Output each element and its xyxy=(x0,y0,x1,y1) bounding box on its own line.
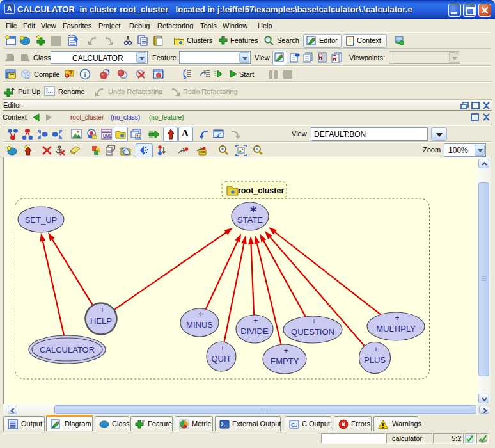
svg-text:+: + xyxy=(100,306,104,315)
svg-text:+: + xyxy=(283,346,288,355)
svg-text:+: + xyxy=(220,344,224,353)
svg-text:+: + xyxy=(253,316,258,325)
svg-text:+: + xyxy=(311,317,316,326)
svg-text:i: i xyxy=(84,70,86,78)
svg-text:DIVIDE: DIVIDE xyxy=(240,326,269,336)
svg-text:PLUS: PLUS xyxy=(364,355,386,365)
svg-text:+: + xyxy=(373,345,378,354)
svg-text:SET_UP: SET_UP xyxy=(25,215,58,225)
svg-text:CALCULATOR: CALCULATOR xyxy=(40,345,95,355)
svg-text:90°: 90° xyxy=(107,150,113,154)
svg-text:MULTIPLY: MULTIPLY xyxy=(376,324,416,333)
svg-text:EMPTY: EMPTY xyxy=(271,356,299,366)
svg-text:C: C xyxy=(291,422,295,428)
svg-text:UML: UML xyxy=(103,134,112,138)
svg-text:STATE: STATE xyxy=(237,215,263,225)
svg-text:QUIT: QUIT xyxy=(211,354,231,364)
svg-text:QUESTION: QUESTION xyxy=(291,327,334,337)
svg-text:root_cluster: root_cluster xyxy=(238,186,284,195)
svg-text:+: + xyxy=(198,310,203,319)
svg-text:+: + xyxy=(395,314,399,323)
svg-text:MINUS: MINUS xyxy=(186,320,213,330)
svg-text:HELP: HELP xyxy=(90,316,112,326)
